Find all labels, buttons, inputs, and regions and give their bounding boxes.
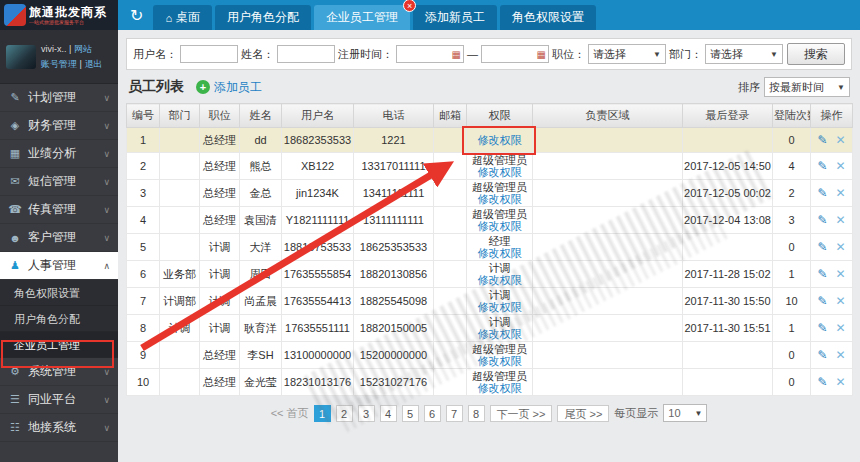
edit-icon[interactable]: ✎ [817,294,827,308]
refresh-icon[interactable]: ↻ [130,6,143,25]
tab-desktop[interactable]: ⌂ 桌面 [153,5,212,30]
sidebar-item-finance[interactable]: ◈ 财务管理 ∨ [0,112,118,140]
sidebar-item-ground-system[interactable]: ☷ 地接系统 ∨ [0,414,118,442]
sidebar-item-plan[interactable]: ✎ 计划管理 ∨ [0,84,118,112]
modify-permission-link[interactable]: 修改权限 [468,193,531,205]
cell-permission: 计调 修改权限 [467,288,533,315]
modify-permission-link[interactable]: 修改权限 [468,247,531,259]
position-select[interactable]: 请选择 ▼ [588,44,666,64]
cell-name: dd [240,128,282,153]
page-number[interactable]: 5 [402,405,419,422]
page-number[interactable]: 6 [424,405,441,422]
column-header-dept: 部门 [160,104,200,128]
cell-username: 13100000000 [282,342,354,369]
modify-permission-link[interactable]: 修改权限 [468,328,531,340]
page-number[interactable]: 7 [446,405,463,422]
position-label: 职位： [552,47,585,62]
cell-name: 金光莹 [240,369,282,396]
delete-icon[interactable]: ✕ [836,267,846,281]
modify-permission-link[interactable]: 修改权限 [468,134,531,146]
delete-icon[interactable]: ✕ [836,133,846,147]
sidebar-item-hr[interactable]: ♟ 人事管理 ∧ [0,252,118,280]
sidebar-item-system[interactable]: ⚙ 系统管理 ∨ [0,358,118,386]
per-page-select[interactable]: 10 ▼ [663,404,707,422]
column-header-permission: 权限 [467,104,533,128]
edit-icon[interactable]: ✎ [817,348,827,362]
delete-icon[interactable]: ✕ [836,321,846,335]
edit-icon[interactable]: ✎ [817,213,827,227]
department-select-value: 请选择 [710,47,743,62]
cell-actions: ✎ ✕ [811,342,853,369]
sidebar-item-label: 计划管理 [28,89,76,106]
name-input[interactable] [277,45,335,63]
account-manage-link[interactable]: 账号管理 [41,59,77,69]
logo-tagline: 一站式旅游批发服务平台 [29,20,107,25]
register-date-to-input[interactable]: ▦ [481,45,549,63]
page-number[interactable]: 8 [468,405,485,422]
modify-permission-link[interactable]: 修改权限 [468,301,531,313]
delete-icon[interactable]: ✕ [836,186,846,200]
separator: | [69,44,71,54]
cell-name: 金总 [240,180,282,207]
column-header-position: 职位 [200,104,240,128]
cell-no: 6 [127,261,160,288]
edit-icon[interactable]: ✎ [817,375,827,389]
sidebar-item-role-permission-settings[interactable]: 角色权限设置 [0,280,118,306]
tab-add-employee[interactable]: 添加新员工 [413,5,497,30]
modify-permission-link[interactable]: 修改权限 [468,274,531,286]
cell-actions: ✎ ✕ [811,369,853,396]
delete-icon[interactable]: ✕ [836,348,846,362]
hr-icon: ♟ [8,259,22,272]
cell-name: 耿育洋 [240,315,282,342]
modify-permission-link[interactable]: 修改权限 [468,166,531,178]
page-number[interactable]: 4 [380,405,397,422]
site-link[interactable]: 网站 [74,44,92,54]
cell-last-login [683,234,773,261]
delete-icon[interactable]: ✕ [836,213,846,227]
edit-icon[interactable]: ✎ [817,133,827,147]
add-employee-button[interactable]: + 添加员工 [196,79,262,96]
tab-label: 角色权限设置 [512,9,584,26]
tab-user-role-assignment[interactable]: 用户角色分配 [215,5,311,30]
tab-role-permission-settings[interactable]: 角色权限设置 [500,5,596,30]
edit-icon[interactable]: ✎ [817,186,827,200]
department-select[interactable]: 请选择 ▼ [705,44,783,64]
sort-select[interactable]: 按最新时间 ▼ [764,77,850,97]
last-page-button[interactable]: 尾页 >> [557,405,609,422]
sidebar-item-label: 短信管理 [28,173,76,190]
edit-icon[interactable]: ✎ [817,240,827,254]
logout-link[interactable]: 退出 [84,59,102,69]
app-logo: 旅通批发商系 一站式旅游批发服务平台 [0,0,118,30]
edit-icon[interactable]: ✎ [817,267,827,281]
sidebar-item-customer[interactable]: ☻ 客户管理 ∨ [0,224,118,252]
username-input[interactable] [180,45,238,63]
delete-icon[interactable]: ✕ [836,375,846,389]
search-button[interactable]: 搜索 [787,43,845,65]
modify-permission-link[interactable]: 修改权限 [468,382,531,394]
delete-icon[interactable]: ✕ [836,240,846,254]
cell-phone: 1221 [354,128,434,153]
sidebar-item-analytics[interactable]: ▦ 业绩分析 ∨ [0,140,118,168]
delete-icon[interactable]: ✕ [836,294,846,308]
edit-icon[interactable]: ✎ [817,159,827,173]
table-row: 7 计调部 计调 尚孟晨 17635554413 18825545098 计调 … [127,288,853,315]
next-page-button[interactable]: 下一页 >> [490,405,553,422]
modify-permission-link[interactable]: 修改权限 [468,355,531,367]
sidebar-item-employee-management[interactable]: 企业员工管理 [0,332,118,358]
sidebar-item-fax[interactable]: ☎ 传真管理 ∨ [0,196,118,224]
tab-employee-management[interactable]: 企业员工管理 × [314,5,410,30]
register-time-label: 注册时间： [338,47,393,62]
chevron-down-icon: ▼ [694,409,702,418]
page-number[interactable]: 1 [314,405,331,422]
sidebar-item-industry-platform[interactable]: ☰ 同业平台 ∨ [0,386,118,414]
modify-permission-link[interactable]: 修改权限 [468,220,531,232]
sidebar-item-user-role-assignment[interactable]: 用户角色分配 [0,306,118,332]
delete-icon[interactable]: ✕ [836,159,846,173]
cell-email [434,288,467,315]
register-date-from-input[interactable]: ▦ [396,45,464,63]
edit-icon[interactable]: ✎ [817,321,827,335]
page-number[interactable]: 2 [336,405,353,422]
first-page-link[interactable]: << 首页 [271,406,309,421]
page-number[interactable]: 3 [358,405,375,422]
sidebar-item-sms[interactable]: ✉ 短信管理 ∨ [0,168,118,196]
